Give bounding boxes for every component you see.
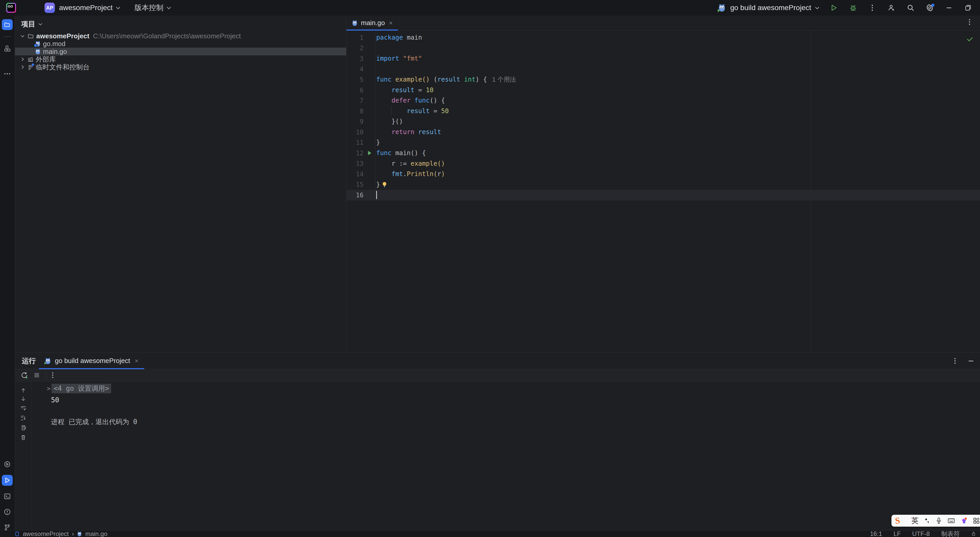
mic-icon[interactable]	[936, 517, 942, 524]
code-line-10[interactable]: 10 return result	[347, 127, 980, 138]
tree-item-external-libs[interactable]: 外部库	[15, 56, 346, 63]
folder-icon	[27, 33, 34, 39]
code-line-13[interactable]: 13 r := example()	[347, 159, 980, 169]
code-line-7[interactable]: 7 defer func() {	[347, 95, 980, 106]
clear-icon[interactable]	[20, 434, 27, 441]
project-panel: 项目 awesomeProject C:\Users\meowr\GolandP…	[15, 16, 347, 352]
fold-expander-icon[interactable]: >	[47, 385, 51, 392]
indent-style[interactable]: 制表符	[941, 530, 960, 537]
project-tree: awesomeProject C:\Users\meowr\GolandProj…	[15, 32, 346, 71]
vcs-menu[interactable]: 版本控制	[134, 0, 163, 16]
caret-position[interactable]: 16:1	[870, 530, 882, 537]
run-config-selector[interactable]: go build awesomeProject	[718, 4, 820, 12]
tab-close-icon[interactable]: ×	[389, 19, 393, 27]
line-number: 11	[347, 139, 364, 146]
code-line-12[interactable]: 12func main() {	[347, 148, 980, 159]
console-folded-line[interactable]: > <4 go 设置调用>	[47, 384, 111, 393]
terminal-tool-button[interactable]	[2, 491, 13, 502]
print-icon[interactable]	[20, 424, 27, 431]
panel-options-icon[interactable]	[954, 357, 956, 364]
unlocked-icon[interactable]	[971, 531, 976, 537]
run-button[interactable]	[829, 3, 839, 13]
editor-options-icon[interactable]	[968, 19, 970, 25]
go-run-icon	[718, 4, 726, 12]
code-line-3[interactable]: 3import "fmt"	[347, 53, 980, 64]
more-actions-button[interactable]	[867, 3, 877, 13]
ime-language-toggle[interactable]: 英	[912, 516, 919, 526]
project-tool-button[interactable]	[2, 19, 13, 30]
punctuation-icon[interactable]	[924, 517, 930, 524]
services-tool-button[interactable]	[2, 459, 13, 470]
line-number: 5	[347, 76, 364, 83]
chevron-right-icon[interactable]	[19, 57, 26, 62]
gutter-slot	[364, 32, 375, 43]
add-user-button[interactable]	[886, 3, 897, 13]
tree-item-go-mod[interactable]: go.mod	[15, 40, 346, 48]
file-encoding[interactable]: UTF-8	[912, 530, 930, 537]
code-line-6[interactable]: 6 result = 10	[347, 85, 980, 95]
code-line-8[interactable]: 8 result = 50	[347, 106, 980, 116]
tab-close-icon[interactable]: ×	[135, 357, 138, 365]
code-text: result = 10	[375, 85, 433, 95]
rerun-icon[interactable]	[21, 372, 28, 379]
go-module-icon	[35, 41, 41, 47]
stop-icon[interactable]	[33, 372, 40, 378]
chevron-right-icon[interactable]	[19, 65, 26, 70]
scroll-end-icon[interactable]	[20, 414, 27, 421]
project-panel-title: 项目	[21, 19, 35, 29]
code-editor[interactable]: 1package main23import "fmt"45func exampl…	[347, 32, 980, 200]
project-avatar[interactable]: AP	[45, 3, 55, 13]
code-line-2[interactable]: 2	[347, 43, 980, 54]
search-icon[interactable]	[905, 3, 916, 13]
keyboard-icon[interactable]	[948, 518, 955, 524]
gutter-slot	[364, 127, 375, 138]
code-line-14[interactable]: 14 fmt.Println(r)	[347, 169, 980, 180]
breadcrumb-file[interactable]: main.go	[85, 530, 107, 537]
code-line-9[interactable]: 9 }()	[347, 116, 980, 127]
soft-wrap-icon[interactable]	[20, 404, 27, 411]
code-line-11[interactable]: 11}	[347, 137, 980, 148]
tree-item-main-go[interactable]: main.go	[15, 48, 346, 56]
minimize-button[interactable]	[944, 3, 954, 13]
structure-tool-button[interactable]	[2, 43, 13, 54]
folded-command-text[interactable]: <4 go 设置调用>	[51, 384, 111, 393]
run-line-icon[interactable]	[364, 148, 375, 159]
tab-main-go[interactable]: main.go ×	[347, 16, 398, 30]
down-icon[interactable]	[20, 395, 27, 402]
goland-logo-icon[interactable]: GO	[6, 3, 16, 13]
code-line-16[interactable]: 16	[347, 190, 980, 200]
intention-bulb-icon[interactable]	[382, 181, 387, 188]
main-menu-icon[interactable]	[25, 0, 33, 16]
run-tool-button[interactable]	[2, 475, 13, 486]
code-line-4[interactable]: 4	[347, 64, 980, 75]
tree-item-scratches[interactable]: 临时文件和控制台	[15, 63, 346, 71]
tree-item-project-root[interactable]: awesomeProject C:\Users\meowr\GolandProj…	[15, 32, 346, 40]
hide-panel-icon[interactable]	[967, 357, 974, 364]
project-icon	[14, 531, 20, 537]
project-selector[interactable]: awesomeProject	[59, 0, 113, 16]
chevron-down-icon[interactable]	[19, 33, 26, 38]
line-ending[interactable]: LF	[894, 530, 901, 537]
skin-icon[interactable]	[961, 517, 967, 524]
restore-button[interactable]	[963, 3, 973, 13]
sogou-logo-icon[interactable]: S	[894, 515, 900, 526]
run-tab-go-build[interactable]: go build awesomeProject ×	[39, 353, 144, 369]
chevron-down-icon	[166, 5, 172, 11]
code-line-15[interactable]: 15}	[347, 180, 980, 190]
problems-tool-button[interactable]	[2, 507, 13, 517]
code-line-1[interactable]: 1package main	[347, 32, 980, 43]
breadcrumb-project[interactable]: awesomeProject	[23, 530, 68, 537]
project-panel-header[interactable]: 项目	[21, 19, 43, 29]
console-output[interactable]: > <4 go 设置调用> 50 进程 已完成，退出代码为 0	[32, 382, 980, 531]
code-text: }	[375, 180, 387, 190]
line-number: 15	[347, 181, 364, 188]
chevron-down-icon	[814, 5, 820, 11]
more-tools-button[interactable]	[2, 68, 13, 79]
toolbox-icon[interactable]	[973, 517, 980, 524]
settings-gear-icon[interactable]	[924, 3, 935, 13]
code-line-5[interactable]: 5func example() (result int) {1 个用法	[347, 74, 980, 85]
debug-button[interactable]	[848, 3, 858, 13]
console-more-icon[interactable]	[51, 372, 54, 378]
up-icon[interactable]	[20, 387, 27, 394]
run-panel-title: 运行	[22, 353, 36, 369]
